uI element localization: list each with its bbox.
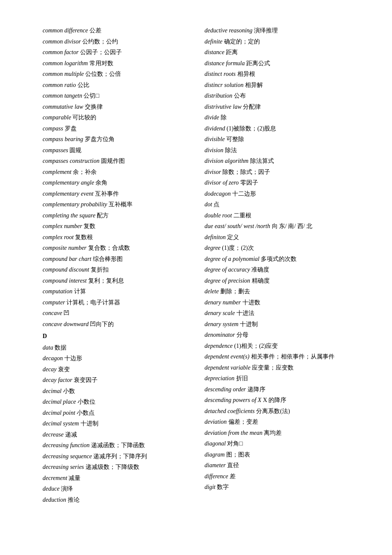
list-item: computation 计算 [43,286,187,297]
list-item: deductive reasoning 演绎推理 [205,26,349,36]
entry-english: comparable [43,114,72,121]
entry-chinese: 零因子 [240,179,258,186]
entry-english: commutative law [43,104,85,110]
entry-chinese: 离均差 [264,430,282,436]
list-item: dependent variable 应变量；应变数 [205,363,349,373]
entry-chinese: 演绎 [61,486,73,492]
entry-english: deduction [43,497,68,503]
entry-english: common difference [43,27,89,34]
entry-english: degree of a polynomial [205,256,261,262]
entry-english: dependent event(s) [205,353,251,360]
entry-chinese: 综合棒形图 [93,256,123,262]
entry-english: degree of accuracy [205,266,251,273]
entry-chinese: 小数 [63,388,75,394]
list-item: commutative law 交换律 [43,102,187,113]
entry-chinese: (1)被除数；(2)股息 [227,125,277,132]
entry-english: compass bearing [43,136,85,142]
entry-chinese: 推论 [68,497,80,503]
list-item: complementary probability 互补概率 [43,199,187,210]
entry-chinese: (1)相关；(2)应变 [234,343,278,349]
entry-chinese: 十进数 [242,299,260,306]
main-content: common difference 公差common divisor 公约数；公… [43,26,349,506]
entry-english: degree [205,245,222,251]
entry-chinese: 计算机；电子计算器 [66,299,120,306]
right-column: deductive reasoning 演绎推理definite 确定的；定的d… [205,26,349,506]
entry-chinese: 除数；除式；因子 [222,169,270,175]
entry-chinese: 应变量；应变数 [252,364,294,371]
entry-english: computer [43,299,66,306]
entry-english: distance [205,49,226,55]
list-item: descending powers of X X 的降序 [205,395,349,406]
entry-chinese: 可比较的 [72,114,96,121]
entry-english: common divisor [43,38,82,45]
list-item: decimal point 小数点 [43,408,187,419]
list-item: compass 罗盘 [43,124,187,134]
entry-english: degree of precision [205,278,252,284]
entry-chinese: X 的降序 [263,397,287,403]
list-item: diagonal 对角□ [205,439,349,449]
list-item: common tangetn 公切□ [43,91,187,101]
list-item: decimal place 小数位 [43,397,187,408]
entry-english: decimal system [43,420,81,427]
list-item: division algorithm 除法算式 [205,156,349,167]
entry-chinese: 差 [230,473,236,480]
list-item: dependence (1)相关；(2)应变 [205,341,349,352]
entry-english: denominator [205,332,236,338]
entry-english: common factor [43,49,80,55]
list-item: dividend (1)被除数；(2)股息 [205,124,349,134]
list-item: distinct roots 相异根 [205,69,349,80]
list-item: distance 距离 [205,47,349,58]
entry-chinese: 配方 [97,212,109,219]
entry-english: decreasing sequence [43,453,93,460]
entry-english: complex number [43,223,84,229]
entry-chinese: 复利；复利息 [88,278,124,284]
entry-english: decimal place [43,399,78,405]
entry-english: denary scale [205,310,236,316]
list-item: distribution 公布 [205,91,349,101]
entry-english: compound interest [43,278,88,284]
entry-english: deduce [43,486,61,492]
list-item: complementary event 互补事件 [43,189,187,199]
entry-chinese: 十进制 [81,420,98,427]
entry-chinese: 十边形 [64,355,82,361]
list-item: definiton 定义 [205,232,349,243]
entry-chinese: 距离 [226,49,238,55]
entry-chinese: 凹向下的 [90,321,114,327]
entry-chinese: 公约数；公约 [82,38,118,45]
entry-chinese: 数字 [217,484,229,490]
entry-english: detached coefficients [205,408,256,414]
entry-chinese: 公切□ [84,92,99,99]
list-item: compound interest 复利；复利息 [43,276,187,286]
entry-english: divide [205,114,221,121]
entry-chinese: 公位数；公倍 [85,71,121,77]
entry-chinese: 公因子；公因子 [80,49,122,55]
entry-chinese: 分母 [236,332,248,338]
entry-chinese: 删除；删去 [220,288,250,295]
entry-chinese: 减量 [69,475,81,481]
entry-chinese: 多项式的次数 [261,256,297,262]
entry-english: decimal point [43,410,77,416]
list-item: compound discount 复折扣 [43,265,187,275]
entry-english: composite number [43,245,88,251]
entry-english: compound bar chart [43,256,93,262]
entry-chinese: 定义 [227,234,239,240]
entry-english: double root [205,212,233,219]
list-item: dependent event(s) 相关事件；相依事件；从属事件 [205,352,349,362]
list-item: deduction 推论 [43,495,187,506]
entry-chinese: 分配律 [243,104,261,110]
entry-chinese: 精确度 [252,278,270,284]
list-item: diameter 直径 [205,460,349,471]
list-item: common multiple 公位数；公倍 [43,69,187,80]
entry-chinese: 偏差；变差 [228,419,258,425]
entry-english: delete [205,288,220,295]
list-item: digit 数字 [205,482,349,493]
entry-english: compass [43,125,65,132]
list-item: degree of precision 精确度 [205,276,349,286]
entry-chinese: 圆规 [69,147,81,153]
entry-english: complementary event [43,191,95,197]
entry-chinese: 递减级数；下降级数 [86,464,139,470]
entry-english: compasses [43,147,69,153]
entry-chinese: (1)度；(2)次 [222,245,254,251]
list-item: degree of accuracy 准确度 [205,265,349,275]
entry-english: completing the square [43,212,97,219]
